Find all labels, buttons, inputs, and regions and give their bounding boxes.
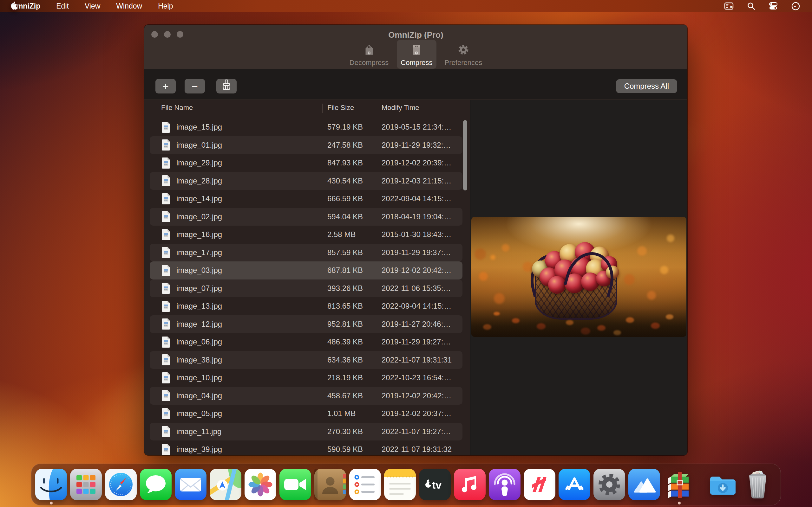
dock-launchpad-icon[interactable] [70, 469, 102, 500]
cell-modify-time: 2019-11-29 19:27:… [382, 337, 451, 346]
dock-safari-icon[interactable] [105, 469, 137, 500]
dock-music-icon[interactable] [454, 469, 486, 500]
dock-facetime-icon[interactable] [280, 469, 311, 500]
dock-maps-icon[interactable] [210, 469, 241, 500]
dock-reminders-icon[interactable] [349, 469, 381, 500]
table-row[interactable]: image_15.jpg579.19 KB2019-05-15 21:34:… [150, 118, 462, 136]
dock-finder-icon[interactable] [35, 469, 67, 500]
dock-trash-icon[interactable] [742, 469, 774, 500]
table-row[interactable]: image_03.jpg687.81 KB2019-12-02 20:42:… [150, 262, 462, 279]
cell-file-size: 2.58 MB [327, 230, 356, 239]
cell-file-name: image_07.jpg [176, 284, 222, 293]
menu-item-view[interactable]: View [85, 2, 100, 10]
preview-image [471, 217, 687, 337]
cell-modify-time: 2019-12-03 21:15:… [382, 176, 451, 185]
tab-decompress-label: Decompress [350, 59, 389, 67]
menu-item-edit[interactable]: Edit [56, 2, 69, 10]
cell-file-size: 857.59 KB [327, 248, 363, 257]
window-toolbar: + − Compress All [144, 69, 687, 100]
cell-file-name: image_01.jpg [176, 141, 222, 150]
compress-all-button[interactable]: Compress All [616, 79, 677, 93]
gear-icon [456, 42, 471, 57]
desktop: OmniZip Edit View Window Help ⌘ [0, 0, 812, 507]
menu-item-help[interactable]: Help [158, 2, 173, 10]
table-row[interactable]: image_29.jpg847.93 KB2019-12-02 20:39:… [150, 154, 462, 172]
cell-file-size: 486.39 KB [327, 337, 363, 346]
cell-file-size: 393.26 KB [327, 284, 363, 293]
column-header-file-name[interactable]: File Name [161, 104, 193, 112]
dock-mountains-app-icon[interactable] [628, 469, 660, 500]
dock-notes-icon[interactable] [384, 469, 416, 500]
cell-file-name: image_28.jpg [176, 176, 222, 185]
dock-system-settings-icon[interactable] [594, 469, 625, 500]
dock-archiver-icon[interactable] [663, 469, 695, 500]
remove-files-button[interactable]: − [185, 79, 205, 94]
cell-file-name: image_12.jpg [176, 320, 222, 329]
table-row[interactable]: image_12.jpg952.81 KB2019-11-27 20:46:… [150, 315, 462, 333]
cell-modify-time: 2015-01-30 18:43:… [382, 230, 451, 239]
jpeg-file-icon [161, 408, 171, 419]
search-icon[interactable] [747, 2, 755, 10]
cell-file-size: 847.93 KB [327, 158, 363, 167]
svg-text:⌘: ⌘ [729, 5, 733, 9]
cell-modify-time: 2019-11-29 19:37:… [382, 248, 451, 257]
cell-file-size: 813.65 KB [327, 302, 363, 311]
cell-file-size: 218.19 KB [327, 373, 363, 382]
table-row[interactable]: image_02.jpg594.04 KB2018-04-19 19:04:… [150, 208, 462, 226]
table-row[interactable]: image_16.jpg2.58 MB2015-01-30 18:43:… [150, 226, 462, 244]
add-files-button[interactable]: + [155, 79, 176, 94]
keyboard-switcher-icon[interactable]: ⌘ [724, 2, 734, 10]
dock-podcasts-icon[interactable] [489, 469, 520, 500]
cell-modify-time: 2019-11-29 19:32:… [382, 141, 451, 150]
table-row[interactable]: image_01.jpg247.58 KB2019-11-29 19:32:… [150, 136, 462, 154]
menu-bar: OmniZip Edit View Window Help ⌘ [0, 0, 812, 12]
file-list: image_15.jpg579.19 KB2019-05-15 21:34:…i… [144, 118, 470, 455]
table-row[interactable]: image_05.jpg1.01 MB2019-12-02 20:37:… [150, 405, 462, 423]
dock-downloads-folder-icon[interactable] [707, 469, 739, 500]
menu-item-window[interactable]: Window [116, 2, 142, 10]
running-indicator [678, 502, 681, 504]
dock-messages-icon[interactable] [140, 469, 171, 500]
jpeg-file-icon [161, 318, 171, 330]
jpeg-file-icon [161, 300, 171, 312]
clock-icon[interactable] [792, 2, 800, 10]
table-row[interactable]: image_06.jpg486.39 KB2019-11-29 19:27:… [150, 333, 462, 351]
apple [548, 276, 566, 294]
table-row[interactable]: image_11.jpg270.30 KB2022-11-07 19:27:… [150, 423, 462, 441]
cell-file-size: 430.54 KB [327, 176, 363, 185]
dock-contacts-icon[interactable] [314, 469, 346, 500]
cell-file-size: 1.01 MB [327, 409, 356, 418]
jpeg-file-icon [161, 211, 171, 222]
tab-compress[interactable]: Compress [397, 40, 436, 69]
cell-file-name: image_15.jpg [176, 123, 222, 131]
scrollbar-thumb[interactable] [463, 120, 467, 190]
window-title: OmniZip (Pro) [144, 30, 687, 40]
table-row[interactable]: image_04.jpg458.67 KB2019-12-02 20:42:… [150, 387, 462, 405]
cell-file-size: 687.81 KB [327, 266, 363, 275]
table-header: File Name File Size Modify Time [144, 100, 470, 117]
dock-appletv-icon[interactable]: tv [419, 469, 451, 500]
tab-preferences[interactable]: Preferences [441, 40, 486, 69]
control-center-icon[interactable] [768, 2, 778, 10]
column-header-modify-time[interactable]: Modify Time [382, 104, 419, 112]
tab-decompress[interactable]: Decompress [346, 40, 392, 69]
table-row[interactable]: image_28.jpg430.54 KB2019-12-03 21:15:… [150, 172, 462, 190]
table-row[interactable]: image_13.jpg813.65 KB2022-09-04 14:15:… [150, 297, 462, 315]
table-row[interactable]: image_07.jpg393.26 KB2022-11-06 15:35:… [150, 279, 462, 297]
window-content: File Name File Size Modify Time image_15… [144, 100, 687, 455]
dock-appstore-icon[interactable] [559, 469, 590, 500]
column-header-file-size[interactable]: File Size [327, 104, 354, 112]
dock-mail-icon[interactable] [175, 469, 206, 500]
table-row[interactable]: image_39.jpg590.59 KB2022-11-07 19:31:32 [150, 441, 462, 455]
clear-list-button[interactable] [216, 79, 237, 94]
table-row[interactable]: image_38.jpg634.36 KB2022-11-07 19:31:31 [150, 351, 462, 369]
cell-file-size: 594.04 KB [327, 212, 363, 221]
table-row[interactable]: image_14.jpg666.59 KB2022-09-04 14:15:… [150, 190, 462, 208]
table-row[interactable]: image_10.jpg218.19 KB2022-10-23 16:54:… [150, 369, 462, 387]
file-list-panel: File Name File Size Modify Time image_15… [144, 100, 470, 455]
dock-photos-icon[interactable] [245, 469, 276, 500]
apple-menu-icon[interactable] [9, 1, 18, 11]
dock-news-icon[interactable] [524, 469, 555, 500]
cell-file-size: 634.36 KB [327, 355, 363, 364]
table-row[interactable]: image_17.jpg857.59 KB2019-11-29 19:37:… [150, 244, 462, 262]
